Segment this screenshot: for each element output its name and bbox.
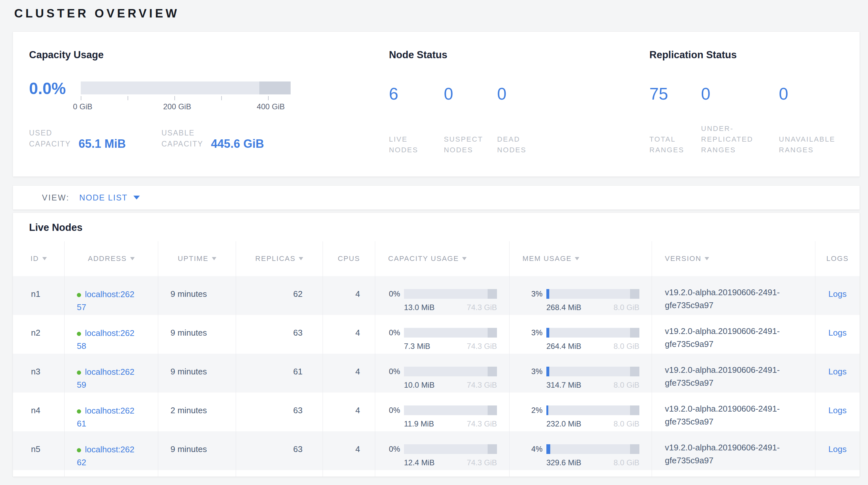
capacity-usage-cell: 0%7.3 MiB74.3 GiB: [375, 315, 509, 354]
column-header-replicas[interactable]: REPLICAS: [236, 241, 323, 276]
logs-link[interactable]: Logs: [828, 328, 846, 338]
replication-status-section: Replication Status 75TOTALRANGES0UNDER-R…: [649, 49, 860, 176]
node-address-cell: localhost:26262: [65, 431, 158, 470]
capacity-usage-bar-reserved-segment: [488, 367, 497, 376]
capacity-bar: [81, 82, 290, 94]
memory-usage-percent: 4%: [531, 445, 542, 454]
memory-used-value: 268.4 MiB: [547, 303, 581, 312]
cluster-summary-panel: Capacity Usage 0.0% 0 GiB200 GiB400 GiB …: [13, 32, 860, 176]
node-replicas: 63: [236, 315, 323, 354]
node-address-link[interactable]: localhost:26262: [77, 445, 134, 467]
capacity-usage-cell: 0%11.9 MiB74.3 GiB: [375, 393, 509, 431]
replication-status-stat-label: UNDER-REPLICATEDRANGES: [701, 123, 779, 155]
axis-tick: [81, 96, 82, 100]
sort-caret-icon: [42, 257, 47, 260]
column-header-label: ADDRESS: [88, 254, 127, 263]
capacity-usage-bar-reserved-segment: [488, 289, 497, 299]
logs-link[interactable]: Logs: [828, 405, 846, 415]
column-header-label: UPTIME: [178, 254, 208, 263]
node-version: v19.2.0-alpha.20190606-2491-gfe735c9a97: [652, 276, 815, 315]
column-header-address[interactable]: ADDRESS: [65, 241, 158, 276]
logs-link[interactable]: Logs: [828, 367, 846, 376]
node-status-stat: 6LIVENODES: [389, 85, 444, 155]
memory-usage-bar-used-segment: [547, 328, 549, 338]
node-replicas: 63: [236, 431, 323, 470]
node-address-link[interactable]: localhost:26261: [77, 406, 134, 428]
table-row-n1: n1localhost:262579 minutes6240%13.0 MiB7…: [13, 276, 860, 315]
memory-usage-percent: 3%: [531, 367, 542, 376]
column-header-capacity-usage[interactable]: CAPACITY USAGE: [375, 241, 509, 276]
live-status-dot-icon: [77, 409, 81, 413]
node-address-cell: localhost:26261: [65, 393, 158, 431]
memory-usage-bar-reserved-segment: [630, 444, 640, 454]
node-id: n2: [13, 315, 65, 354]
column-header-label: ID: [31, 254, 39, 263]
memory-usage-cell: 3%268.4 MiB8.0 GiB: [509, 276, 652, 315]
node-address-link[interactable]: localhost:26259: [77, 367, 134, 390]
axis-tick-label: 400 GiB: [257, 102, 285, 111]
node-status-stat-value: 6: [389, 85, 444, 102]
memory-total-value: 8.0 GiB: [614, 419, 640, 428]
node-version: v19.2.0-alpha.20190606-2491-gfe735c9a97: [652, 393, 815, 431]
column-header-label: CAPACITY USAGE: [388, 254, 459, 263]
live-status-dot-icon: [77, 332, 81, 336]
capacity-total-value: 74.3 GiB: [467, 303, 497, 312]
node-status-title: Node Status: [389, 49, 649, 61]
capacity-stat: USABLECAPACITY445.6 GiB: [161, 127, 264, 149]
node-id: n3: [13, 354, 65, 393]
memory-usage-bar-used-segment: [547, 444, 550, 454]
memory-usage-bar: [547, 289, 640, 299]
capacity-axis-ticks: [81, 96, 290, 101]
sort-caret-icon: [212, 257, 216, 260]
node-uptime: 9 minutes: [158, 431, 236, 470]
live-status-dot-icon: [77, 371, 81, 375]
logs-link[interactable]: Logs: [828, 289, 846, 299]
axis-tick-label: 0 GiB: [73, 102, 92, 111]
capacity-usage-bar-reserved-segment: [488, 328, 497, 338]
node-status-stat-value: 0: [497, 85, 562, 102]
column-header-mem-usage[interactable]: MEM USAGE: [509, 241, 652, 276]
live-status-dot-icon: [77, 293, 81, 297]
capacity-usage-title: Capacity Usage: [29, 49, 389, 61]
memory-usage-percent: 2%: [531, 406, 542, 415]
partial-row-cell: [323, 470, 375, 477]
logs-link[interactable]: Logs: [828, 444, 846, 454]
capacity-usage-bar: [404, 328, 497, 338]
memory-usage-percent: 3%: [531, 289, 542, 298]
node-status-stat-label: LIVENODES: [389, 134, 444, 155]
column-header-cpus: CPUS: [323, 241, 375, 276]
node-id: n1: [13, 276, 65, 315]
capacity-stat-label: USEDCAPACITY: [29, 127, 71, 149]
node-address-link[interactable]: localhost:26257: [77, 289, 134, 312]
memory-usage-bar-used-segment: [547, 289, 549, 299]
replication-status-stat-value: 0: [701, 85, 779, 102]
column-header-id[interactable]: ID: [13, 241, 65, 276]
capacity-usage-bar: [404, 367, 497, 376]
replication-status-stat: 0UNDER-REPLICATEDRANGES: [701, 85, 779, 155]
capacity-total-value: 74.3 GiB: [467, 419, 497, 428]
replication-status-stat-value: 0: [779, 85, 860, 102]
axis-tick: [175, 96, 175, 100]
capacity-used-value: 10.0 MiB: [404, 380, 435, 390]
column-header-label: LOGS: [826, 254, 848, 263]
memory-usage-bar-used-segment: [547, 405, 548, 415]
column-header-version[interactable]: VERSION: [652, 241, 815, 276]
column-header-uptime[interactable]: UPTIME: [158, 241, 236, 276]
view-selector-bar: VIEW: NODE LIST: [13, 186, 860, 209]
node-address-link[interactable]: localhost:26258: [77, 328, 134, 351]
memory-used-value: 329.6 MiB: [547, 458, 581, 467]
replication-status-stat-label: TOTALRANGES: [649, 134, 701, 155]
chevron-down-icon[interactable]: [133, 196, 140, 199]
capacity-bar-reserved-segment: [259, 82, 291, 94]
capacity-total-value: 74.3 GiB: [467, 342, 497, 351]
sort-caret-icon: [130, 257, 135, 260]
page-title: CLUSTER OVERVIEW: [14, 6, 868, 21]
sort-caret-icon: [705, 257, 709, 260]
node-replicas: 63: [236, 393, 323, 431]
memory-total-value: 8.0 GiB: [614, 303, 640, 312]
view-dropdown[interactable]: NODE LIST: [79, 193, 128, 202]
node-logs-cell: Logs: [815, 431, 860, 470]
node-logs-cell: Logs: [815, 393, 860, 431]
node-cpus: 4: [323, 431, 375, 470]
live-nodes-title: Live Nodes: [29, 221, 860, 234]
